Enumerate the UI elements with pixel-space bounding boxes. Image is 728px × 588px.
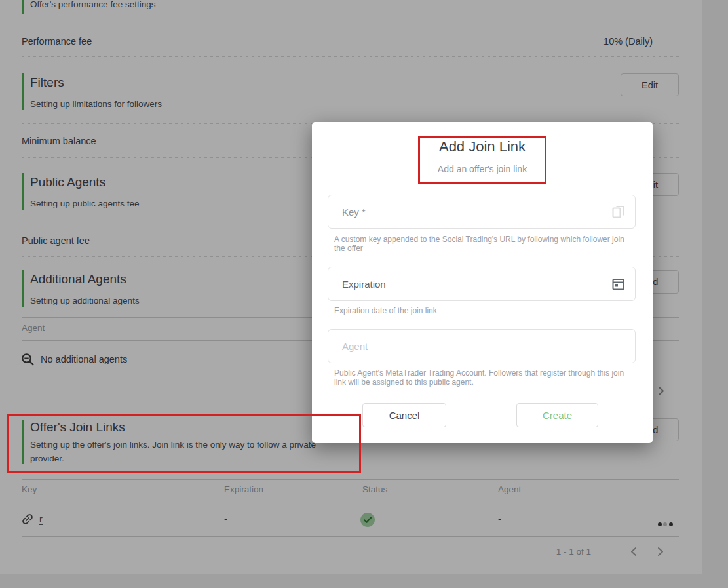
expiration-input-label: Expiration [342, 279, 386, 290]
key-input[interactable]: Key * [328, 195, 636, 229]
agent-input-placeholder: Agent [342, 341, 368, 352]
key-input-label: Key * [342, 206, 366, 218]
paste-icon[interactable] [612, 205, 624, 222]
create-button[interactable]: Create [516, 403, 598, 427]
calendar-icon[interactable] [612, 277, 624, 293]
expiration-input[interactable]: Expiration [328, 267, 636, 301]
cancel-button[interactable]: Cancel [362, 403, 446, 427]
dialog-subtitle: Add an offer's join link [312, 164, 653, 174]
agent-input[interactable]: Agent [328, 329, 636, 363]
dialog-title: Add Join Link [312, 138, 653, 155]
expiration-helper-text: Expiration date of the join link [334, 306, 630, 315]
agent-helper-text: Public Agent's MetaTrader Trading Accoun… [334, 368, 630, 387]
key-helper-text: A custom key appended to the Social Trad… [334, 235, 630, 253]
add-join-link-dialog: Add Join Link Add an offer's join link K… [312, 122, 653, 443]
screen: Offer's performance fee settings Perform… [0, 0, 728, 588]
